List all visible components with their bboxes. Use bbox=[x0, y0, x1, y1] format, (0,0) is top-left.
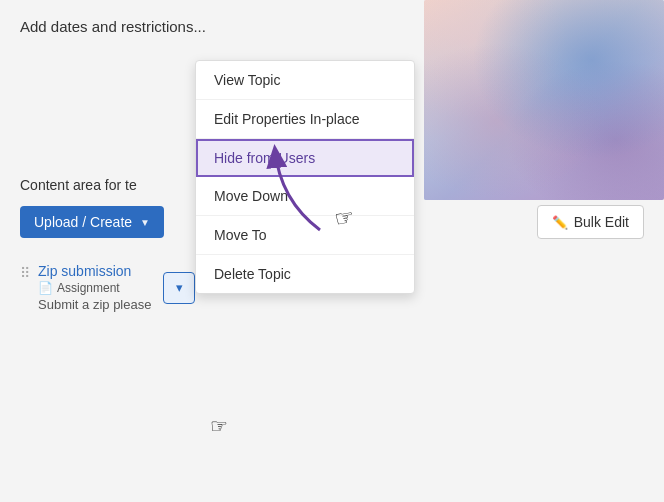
watercolor-image bbox=[424, 0, 664, 200]
chevron-down-icon: ▼ bbox=[140, 217, 150, 228]
upload-create-button[interactable]: Upload / Create ▼ bbox=[20, 206, 164, 238]
item-type-label: Assignment bbox=[57, 281, 120, 295]
item-dropdown-button[interactable]: ▾ bbox=[163, 272, 195, 304]
item-type: 📄 Assignment bbox=[38, 281, 151, 295]
menu-item-move-down[interactable]: Move Down bbox=[196, 177, 414, 216]
menu-item-edit-properties[interactable]: Edit Properties In-place bbox=[196, 100, 414, 139]
menu-item-move-to[interactable]: Move To bbox=[196, 216, 414, 255]
menu-item-delete-topic[interactable]: Delete Topic bbox=[196, 255, 414, 293]
bulk-edit-label: Bulk Edit bbox=[574, 214, 629, 230]
item-description: Submit a zip please bbox=[38, 297, 151, 312]
bulk-edit-button[interactable]: ✏️ Bulk Edit bbox=[537, 205, 644, 239]
drag-handle-icon[interactable]: ⠿ bbox=[20, 265, 30, 281]
edit-icon: ✏️ bbox=[552, 215, 568, 230]
cursor-pointer-dropdown: ☞ bbox=[210, 414, 228, 438]
chevron-down-icon: ▾ bbox=[176, 280, 183, 295]
menu-item-view-topic[interactable]: View Topic bbox=[196, 61, 414, 100]
context-menu: View Topic Edit Properties In-place Hide… bbox=[195, 60, 415, 294]
watercolor-inner bbox=[424, 0, 664, 200]
menu-item-hide-from-users[interactable]: Hide from Users bbox=[196, 139, 414, 177]
item-title-link[interactable]: Zip submission bbox=[38, 263, 151, 279]
upload-create-label: Upload / Create bbox=[34, 214, 132, 230]
assignment-icon: 📄 bbox=[38, 281, 53, 295]
item-info: Zip submission 📄 Assignment Submit a zip… bbox=[38, 263, 151, 312]
page-container: Add dates and restrictions... View Topic… bbox=[0, 0, 664, 502]
